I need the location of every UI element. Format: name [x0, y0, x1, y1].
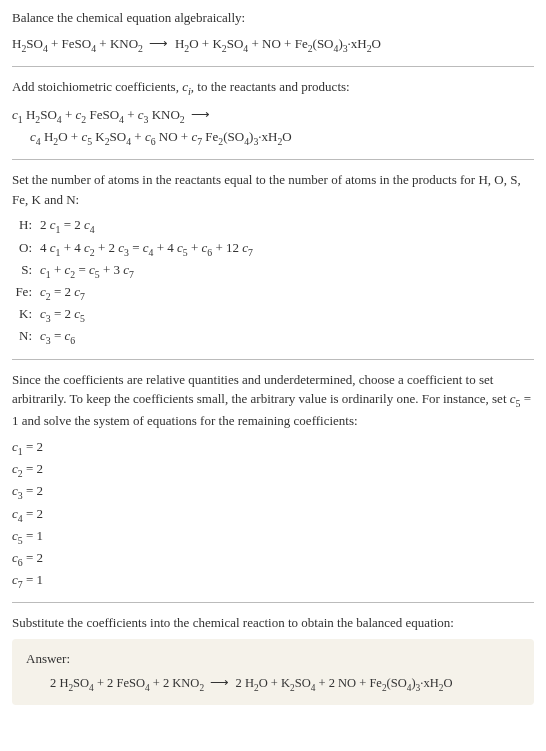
stoich-text-part2: , to the reactants and products:	[191, 79, 350, 94]
divider	[12, 66, 534, 67]
divider	[12, 159, 534, 160]
balance-label: O:	[12, 238, 40, 260]
divider	[12, 359, 534, 360]
balance-label: N:	[12, 326, 40, 348]
coeff-row: c5 = 1	[12, 526, 534, 548]
stoich-equation: c1 H2SO4 + c2 FeSO4 + c3 KNO2 ⟶ c4 H2O +…	[12, 105, 534, 149]
coeff-row: c6 = 2	[12, 548, 534, 570]
answer-label: Answer:	[26, 649, 520, 669]
substitute-section: Substitute the coefficients into the che…	[12, 613, 534, 705]
intro-section: Balance the chemical equation algebraica…	[12, 8, 534, 56]
balance-label: S:	[12, 260, 40, 282]
intro-text: Balance the chemical equation algebraica…	[12, 8, 534, 28]
coefficient-list: c1 = 2 c2 = 2 c3 = 2 c4 = 2 c5 = 1 c6 = …	[12, 437, 534, 593]
balance-row: Fe: c2 = 2 c7	[12, 282, 534, 304]
balance-row: H: 2 c1 = 2 c4	[12, 215, 534, 237]
substitute-text: Substitute the coefficients into the che…	[12, 613, 534, 633]
undetermined-section: Since the coefficients are relative quan…	[12, 370, 534, 593]
answer-box: Answer: 2 H2SO4 + 2 FeSO4 + 2 KNO2 ⟶ 2 H…	[12, 639, 534, 705]
coeff-row: c3 = 2	[12, 481, 534, 503]
balance-eq: c2 = 2 c7	[40, 282, 534, 304]
stoich-section: Add stoichiometric coefficients, ci, to …	[12, 77, 534, 150]
unbalanced-equation: H2SO4 + FeSO4 + KNO2 ⟶ H2O + K2SO4 + NO …	[12, 34, 534, 56]
balance-label: H:	[12, 215, 40, 237]
coeff-row: c7 = 1	[12, 570, 534, 592]
divider	[12, 602, 534, 603]
balance-row: K: c3 = 2 c5	[12, 304, 534, 326]
balance-label: Fe:	[12, 282, 40, 304]
atoms-section: Set the number of atoms in the reactants…	[12, 170, 534, 348]
balance-eq: c3 = 2 c5	[40, 304, 534, 326]
answer-equation: 2 H2SO4 + 2 FeSO4 + 2 KNO2 ⟶ 2 H2O + K2S…	[26, 674, 520, 695]
balance-label: K:	[12, 304, 40, 326]
balance-row: O: 4 c1 + 4 c2 + 2 c3 = c4 + 4 c5 + c6 +…	[12, 238, 534, 260]
balance-eq: 2 c1 = 2 c4	[40, 215, 534, 237]
stoich-text: Add stoichiometric coefficients, ci, to …	[12, 77, 534, 99]
balance-table: H: 2 c1 = 2 c4 O: 4 c1 + 4 c2 + 2 c3 = c…	[12, 215, 534, 348]
coeff-row: c2 = 2	[12, 459, 534, 481]
stoich-text-part1: Add stoichiometric coefficients,	[12, 79, 182, 94]
balance-row: S: c1 + c2 = c5 + 3 c7	[12, 260, 534, 282]
coeff-row: c1 = 2	[12, 437, 534, 459]
stoich-eq-line1: c1 H2SO4 + c2 FeSO4 + c3 KNO2 ⟶	[12, 105, 534, 127]
undetermined-text: Since the coefficients are relative quan…	[12, 370, 534, 431]
balance-eq: c1 + c2 = c5 + 3 c7	[40, 260, 534, 282]
balance-row: N: c3 = c6	[12, 326, 534, 348]
atoms-text: Set the number of atoms in the reactants…	[12, 170, 534, 209]
balance-eq: 4 c1 + 4 c2 + 2 c3 = c4 + 4 c5 + c6 + 12…	[40, 238, 534, 260]
stoich-eq-line2: c4 H2O + c5 K2SO4 + c6 NO + c7 Fe2(SO4)3…	[12, 127, 534, 149]
balance-eq: c3 = c6	[40, 326, 534, 348]
coeff-row: c4 = 2	[12, 504, 534, 526]
